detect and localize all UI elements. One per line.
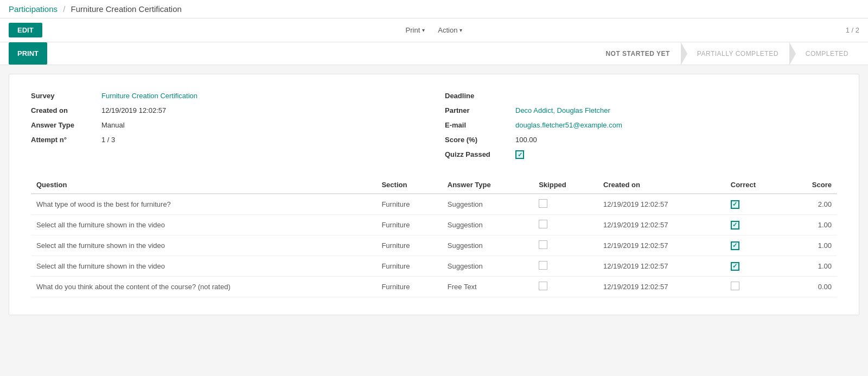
col-skipped: Skipped — [533, 176, 598, 194]
cell-correct — [725, 215, 786, 235]
answer-type-value: Manual — [101, 121, 125, 129]
status-not-started[interactable]: NOT STARTED YET — [595, 42, 680, 65]
info-right: Deadline Partner Deco Addict, Douglas Fl… — [445, 92, 837, 159]
cell-score: 1.00 — [786, 215, 837, 235]
status-bar: PRINT NOT STARTED YET PARTIALLY COMPLETE… — [0, 42, 868, 65]
cell-correct — [725, 194, 786, 215]
quizz-passed-row: Quizz Passed — [445, 150, 837, 159]
partner-value[interactable]: Deco Addict, Douglas Fletcher — [515, 106, 610, 114]
created-on-value: 12/19/2019 12:02:57 — [101, 106, 166, 114]
attempt-row: Attempt n° 1 / 3 — [31, 136, 423, 144]
table-row: What do you think about the content of t… — [31, 277, 837, 297]
skipped-checkbox-2[interactable] — [539, 240, 547, 249]
answer-type-label: Answer Type — [31, 121, 101, 129]
breadcrumb: Participations / Furniture Creation Cert… — [9, 4, 182, 14]
correct-checkbox-2[interactable] — [731, 241, 739, 250]
print-button[interactable]: Print ▾ — [401, 24, 430, 36]
deadline-row: Deadline — [445, 92, 837, 100]
score-value: 100.00 — [515, 136, 537, 144]
quizz-passed-label: Quizz Passed — [445, 150, 515, 158]
cell-section: Furniture — [376, 215, 442, 235]
status-partially-completed[interactable]: PARTIALLY COMPLETED — [681, 42, 789, 65]
skipped-checkbox-1[interactable] — [539, 220, 547, 228]
survey-value[interactable]: Furniture Creation Certification — [101, 92, 197, 100]
top-bar: Participations / Furniture Creation Cert… — [0, 0, 868, 18]
email-value[interactable]: douglas.fletcher51@example.com — [515, 121, 622, 129]
action-button[interactable]: Action ▾ — [433, 24, 467, 36]
cell-section: Furniture — [376, 277, 442, 297]
cell-skipped — [533, 235, 598, 256]
info-section: Survey Furniture Creation Certification … — [31, 92, 837, 159]
table-section: Question Section Answer Type Skipped Cre… — [31, 176, 837, 297]
col-created-on: Created on — [598, 176, 725, 194]
toolbar-center: Print ▾ Action ▾ — [401, 24, 467, 36]
col-correct: Correct — [725, 176, 786, 194]
cell-score: 2.00 — [786, 194, 837, 215]
print-toolbar-button[interactable]: PRINT — [9, 42, 47, 65]
table-row: Select all the furniture shown in the vi… — [31, 256, 837, 277]
correct-checkbox-4[interactable] — [731, 282, 739, 290]
status-completed[interactable]: COMPLETED — [789, 42, 859, 65]
cell-answer-type: Free Text — [442, 277, 533, 297]
quizz-passed-checkbox[interactable] — [515, 150, 524, 159]
cell-correct — [725, 235, 786, 256]
skipped-checkbox-4[interactable] — [539, 282, 547, 290]
info-left: Survey Furniture Creation Certification … — [31, 92, 423, 159]
table-header-row: Question Section Answer Type Skipped Cre… — [31, 176, 837, 194]
col-section: Section — [376, 176, 442, 194]
cell-score: 0.00 — [786, 277, 837, 297]
correct-checkbox-3[interactable] — [731, 262, 739, 271]
main-content: Survey Furniture Creation Certification … — [0, 65, 868, 324]
cell-correct — [725, 277, 786, 297]
cell-created-on: 12/19/2019 12:02:57 — [598, 256, 725, 277]
table-row: What type of wood is the best for furnit… — [31, 194, 837, 215]
cell-created-on: 12/19/2019 12:02:57 — [598, 235, 725, 256]
cell-created-on: 12/19/2019 12:02:57 — [598, 277, 725, 297]
skipped-checkbox-0[interactable] — [539, 199, 547, 208]
deadline-label: Deadline — [445, 92, 515, 100]
toolbar: EDIT Print ▾ Action ▾ 1 / 2 — [0, 18, 868, 42]
correct-checkbox-1[interactable] — [731, 221, 739, 230]
edit-button[interactable]: EDIT — [9, 23, 42, 37]
cell-score: 1.00 — [786, 235, 837, 256]
partner-label: Partner — [445, 106, 515, 114]
cell-section: Furniture — [376, 256, 442, 277]
answers-table: Question Section Answer Type Skipped Cre… — [31, 176, 837, 297]
table-row: Select all the furniture shown in the vi… — [31, 215, 837, 235]
cell-question: Select all the furniture shown in the vi… — [31, 215, 376, 235]
cell-created-on: 12/19/2019 12:02:57 — [598, 215, 725, 235]
correct-checkbox-0[interactable] — [731, 200, 739, 209]
print-label: Print — [406, 26, 420, 34]
print-chevron-icon: ▾ — [422, 27, 425, 33]
cell-skipped — [533, 194, 598, 215]
action-chevron-icon: ▾ — [459, 27, 462, 33]
col-score: Score — [786, 176, 837, 194]
cell-section: Furniture — [376, 235, 442, 256]
breadcrumb-current: Furniture Creation Certification — [71, 4, 182, 14]
cell-question: What do you think about the content of t… — [31, 277, 376, 297]
cell-answer-type: Suggestion — [442, 256, 533, 277]
skipped-checkbox-3[interactable] — [539, 261, 547, 270]
created-on-row: Created on 12/19/2019 12:02:57 — [31, 106, 423, 114]
survey-label: Survey — [31, 92, 101, 100]
breadcrumb-separator: / — [63, 4, 65, 14]
breadcrumb-link[interactable]: Participations — [9, 4, 58, 14]
cell-section: Furniture — [376, 194, 442, 215]
cell-created-on: 12/19/2019 12:02:57 — [598, 194, 725, 215]
status-partially-label: PARTIALLY COMPLETED — [697, 50, 778, 58]
score-label: Score (%) — [445, 136, 515, 144]
pagination: 1 / 2 — [846, 26, 859, 34]
cell-question: What type of wood is the best for furnit… — [31, 194, 376, 215]
col-answer-type: Answer Type — [442, 176, 533, 194]
cell-answer-type: Suggestion — [442, 215, 533, 235]
partner-row: Partner Deco Addict, Douglas Fletcher — [445, 106, 837, 114]
email-label: E-mail — [445, 121, 515, 129]
cell-question: Select all the furniture shown in the vi… — [31, 256, 376, 277]
cell-answer-type: Suggestion — [442, 235, 533, 256]
answer-type-row: Answer Type Manual — [31, 121, 423, 129]
attempt-label: Attempt n° — [31, 136, 101, 144]
score-row: Score (%) 100.00 — [445, 136, 837, 144]
cell-score: 1.00 — [786, 256, 837, 277]
action-label: Action — [438, 26, 457, 34]
form-card: Survey Furniture Creation Certification … — [9, 74, 859, 315]
